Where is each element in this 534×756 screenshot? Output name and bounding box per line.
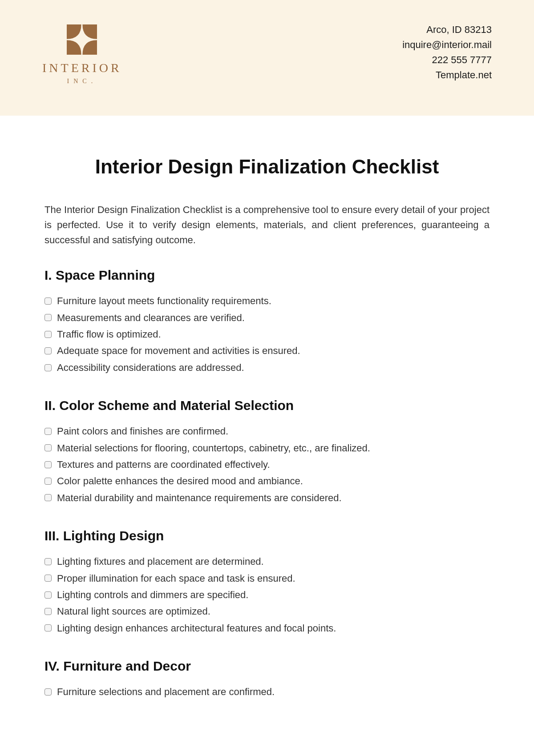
- checklist-item: Traffic flow is optimized.: [44, 326, 490, 342]
- contact-site: Template.net: [402, 68, 492, 83]
- contact-email: inquire@interior.mail: [402, 37, 492, 52]
- checklist-item-label: Lighting controls and dimmers are specif…: [57, 587, 248, 603]
- brand-name: INTERIOR: [42, 61, 122, 75]
- checklist-item: Color palette enhances the desired mood …: [44, 473, 490, 489]
- brand-logo-block: INTERIOR INC.: [42, 24, 122, 85]
- checkbox[interactable]: [44, 347, 52, 354]
- checkbox[interactable]: [44, 364, 52, 371]
- checklist-item-label: Adequate space for movement and activiti…: [57, 342, 300, 359]
- checkbox[interactable]: [44, 688, 52, 696]
- checkbox[interactable]: [44, 478, 52, 485]
- checkbox[interactable]: [44, 575, 52, 582]
- checklist-item-label: Material durability and maintenance requ…: [57, 490, 342, 506]
- checklist-item-label: Lighting design enhances architectural f…: [57, 620, 336, 636]
- checklist-item: Proper illumination for each space and t…: [44, 570, 490, 587]
- checklist-item-label: Natural light sources are optimized.: [57, 603, 210, 619]
- checklist-item: Material selections for flooring, counte…: [44, 440, 490, 456]
- checklist-item: Accessibility considerations are address…: [44, 359, 490, 376]
- document-header: INTERIOR INC. Arco, ID 83213 inquire@int…: [0, 0, 534, 116]
- contact-address: Arco, ID 83213: [402, 22, 492, 37]
- checklist-item: Measurements and clearances are verified…: [44, 310, 490, 326]
- checklist-item-label: Accessibility considerations are address…: [57, 359, 244, 376]
- checklist-item: Furniture selections and placement are c…: [44, 684, 490, 700]
- checkbox[interactable]: [44, 591, 52, 599]
- checkbox[interactable]: [44, 494, 52, 501]
- checklist-item-label: Paint colors and finishes are confirmed.: [57, 423, 228, 439]
- checklist-item-label: Color palette enhances the desired mood …: [57, 473, 303, 489]
- checkbox[interactable]: [44, 314, 52, 321]
- checklist-item-label: Traffic flow is optimized.: [57, 326, 161, 342]
- checklist-item-label: Furniture layout meets functionality req…: [57, 293, 271, 309]
- checkbox[interactable]: [44, 558, 52, 565]
- document-content: Interior Design Finalization Checklist T…: [0, 116, 534, 700]
- checkbox[interactable]: [44, 461, 52, 468]
- checkbox[interactable]: [44, 444, 52, 451]
- contact-info: Arco, ID 83213 inquire@interior.mail 222…: [402, 22, 492, 83]
- checkbox[interactable]: [44, 608, 52, 615]
- checklist-item: Paint colors and finishes are confirmed.: [44, 423, 490, 439]
- checkbox[interactable]: [44, 331, 52, 338]
- checkbox[interactable]: [44, 298, 52, 305]
- checklist-item: Material durability and maintenance requ…: [44, 490, 490, 506]
- checklist-item: Lighting design enhances architectural f…: [44, 620, 490, 636]
- section-heading: I. Space Planning: [44, 268, 490, 283]
- checklist-item-label: Furniture selections and placement are c…: [57, 684, 275, 700]
- section-heading: III. Lighting Design: [44, 528, 490, 543]
- intro-paragraph: The Interior Design Finalization Checkli…: [44, 202, 490, 248]
- contact-phone: 222 555 7777: [402, 52, 492, 68]
- checkbox[interactable]: [44, 428, 52, 435]
- checklist-item: Lighting controls and dimmers are specif…: [44, 587, 490, 603]
- checklist-item: Lighting fixtures and placement are dete…: [44, 553, 490, 570]
- section-heading: II. Color Scheme and Material Selection: [44, 398, 490, 413]
- checklist-item-label: Proper illumination for each space and t…: [57, 570, 295, 587]
- checklist-item-label: Lighting fixtures and placement are dete…: [57, 553, 264, 570]
- checklist-item: Furniture layout meets functionality req…: [44, 293, 490, 309]
- brand-logo-icon: [67, 24, 97, 55]
- section-heading: IV. Furniture and Decor: [44, 659, 490, 674]
- checklist-item: Textures and patterns are coordinated ef…: [44, 456, 490, 473]
- page-title: Interior Design Finalization Checklist: [44, 156, 490, 178]
- checklist-item: Adequate space for movement and activiti…: [44, 342, 490, 359]
- brand-subtitle: INC.: [67, 78, 97, 85]
- checklist-item: Natural light sources are optimized.: [44, 603, 490, 619]
- checklist-item-label: Material selections for flooring, counte…: [57, 440, 370, 456]
- checklist-item-label: Measurements and clearances are verified…: [57, 310, 245, 326]
- checkbox[interactable]: [44, 624, 52, 631]
- checklist-item-label: Textures and patterns are coordinated ef…: [57, 456, 270, 473]
